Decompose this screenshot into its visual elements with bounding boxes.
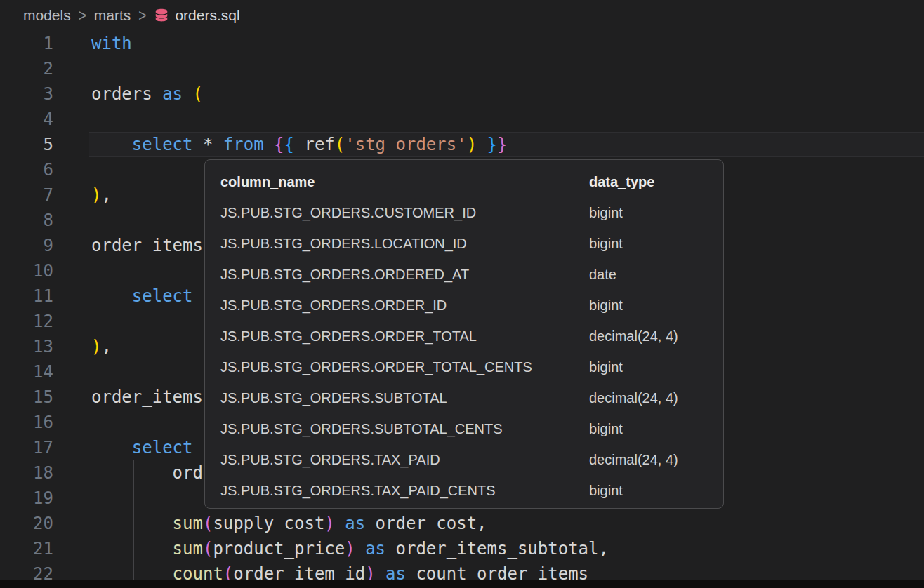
code-line[interactable]: 21 sum(product_price) as order_items_sub… [0,536,924,561]
code-line[interactable]: 3orders as ( [0,81,924,107]
tooltip-header-data-type: data_type [589,174,708,190]
code-line[interactable]: 4 [0,107,924,132]
indent-guide [133,486,134,511]
tooltip-row: JS.PUB.STG_ORDERS.ORDER_TOTAL_CENTSbigin… [205,352,723,382]
tooltip-row: JS.PUB.STG_ORDERS.TAX_PAIDdecimal(24, 4) [205,444,723,475]
line-number: 5 [0,132,53,157]
chevron-right-icon: > [138,6,146,25]
database-icon [154,8,169,23]
tooltip-row: JS.PUB.STG_ORDERS.SUBTOTALdecimal(24, 4) [205,382,723,413]
file-name: orders.sql [175,7,239,24]
tooltip-column-name: JS.PUB.STG_ORDERS.ORDER_ID [220,298,589,314]
tooltip-header-column-name: column_name [220,174,589,190]
indent-guide [93,258,93,283]
line-number: 6 [0,157,53,182]
tooltip-column-name: JS.PUB.STG_ORDERS.ORDER_TOTAL [220,328,589,345]
line-number: 1 [0,31,53,56]
tooltip-data-type: decimal(24, 4) [589,328,708,345]
indent-guide [93,107,93,132]
code-text: ), [53,182,112,208]
line-number: 10 [0,258,53,283]
code-line[interactable]: 1with [0,31,924,56]
code-text: order_items [53,385,203,410]
tooltip-data-type: bigint [589,298,708,314]
tooltip-column-name: JS.PUB.STG_ORDERS.LOCATION_ID [220,236,589,252]
chevron-right-icon: > [79,6,86,25]
code-line[interactable]: 2 [0,56,924,81]
tooltip-row: JS.PUB.STG_ORDERS.SUBTOTAL_CENTSbigint [205,413,723,444]
line-number: 3 [0,81,53,107]
bottom-edge [0,580,924,588]
tooltip-row: JS.PUB.STG_ORDERS.ORDERED_ATdate [205,259,723,290]
code-text: sum(supply_cost) as order_cost, [53,511,487,536]
line-number: 13 [0,334,53,359]
code-text: order_items [53,233,203,258]
indent-guide [93,309,93,334]
breadcrumb: models>marts>orders.sql [0,0,924,31]
line-number: 14 [0,359,53,385]
line-number: 4 [0,107,53,132]
tooltip-column-name: JS.PUB.STG_ORDERS.TAX_PAID [220,452,589,468]
tooltip-column-name: JS.PUB.STG_ORDERS.TAX_PAID_CENTS [220,483,589,499]
code-text: ), [53,334,112,359]
line-number: 15 [0,385,53,410]
breadcrumb-item-marts[interactable]: marts [94,7,131,24]
code-text: select [53,283,193,309]
line-number: 19 [0,486,53,511]
code-text: select * from {{ ref('stg_orders') }} [53,132,507,157]
tooltip-data-type: bigint [589,421,708,437]
line-number: 8 [0,208,53,233]
tooltip-row: JS.PUB.STG_ORDERS.ORDER_IDbigint [205,290,723,321]
tooltip-data-type: bigint [589,205,708,221]
tooltip-data-type: bigint [589,483,708,499]
code-text [53,258,91,283]
breadcrumb-item-file[interactable]: orders.sql [154,7,239,24]
code-text [53,309,91,334]
line-number: 21 [0,536,53,561]
code-text [53,56,91,81]
tooltip-column-name: JS.PUB.STG_ORDERS.SUBTOTAL_CENTS [220,421,589,437]
column-info-tooltip: column_namedata_typeJS.PUB.STG_ORDERS.CU… [204,159,724,509]
code-text: orders as ( [53,81,203,107]
tooltip-column-name: JS.PUB.STG_ORDERS.ORDER_TOTAL_CENTS [220,359,589,375]
code-text [53,359,91,385]
tooltip-column-name: JS.PUB.STG_ORDERS.ORDERED_AT [220,267,589,283]
tooltip-data-type: date [589,267,708,283]
tooltip-row: JS.PUB.STG_ORDERS.ORDER_TOTALdecimal(24,… [205,321,723,352]
indent-guide [93,410,93,435]
tooltip-row: JS.PUB.STG_ORDERS.TAX_PAID_CENTSbigint [205,475,723,506]
indent-guide [93,157,93,182]
code-line[interactable]: 20 sum(supply_cost) as order_cost, [0,511,924,536]
code-text: select [53,435,193,460]
tooltip-data-type: bigint [589,236,708,252]
line-number: 7 [0,182,53,208]
code-text: sum(product_price) as order_items_subtot… [53,536,609,561]
line-number: 20 [0,511,53,536]
tooltip-column-name: JS.PUB.STG_ORDERS.SUBTOTAL [220,390,589,406]
tooltip-data-type: decimal(24, 4) [589,390,708,406]
line-number: 2 [0,56,53,81]
tooltip-data-type: bigint [589,359,708,375]
line-number: 11 [0,283,53,309]
code-text [53,157,91,182]
tooltip-row: JS.PUB.STG_ORDERS.CUSTOMER_IDbigint [205,197,723,228]
code-text [53,208,91,233]
line-number: 17 [0,435,53,460]
code-line[interactable]: 5 select * from {{ ref('stg_orders') }} [0,132,924,157]
code-text [53,107,91,132]
indent-guide [93,486,93,511]
line-number: 12 [0,309,53,334]
tooltip-column-name: JS.PUB.STG_ORDERS.CUSTOMER_ID [220,205,589,221]
tooltip-header-row: column_namedata_type [205,166,723,197]
code-text [53,486,91,511]
tooltip-data-type: decimal(24, 4) [589,452,708,468]
line-number: 18 [0,460,53,486]
code-text: with [53,31,132,56]
tooltip-row: JS.PUB.STG_ORDERS.LOCATION_IDbigint [205,228,723,259]
code-text: ord [53,460,203,486]
breadcrumb-item-models[interactable]: models [23,7,71,24]
line-number: 16 [0,410,53,435]
line-number: 9 [0,233,53,258]
code-text [53,410,91,435]
